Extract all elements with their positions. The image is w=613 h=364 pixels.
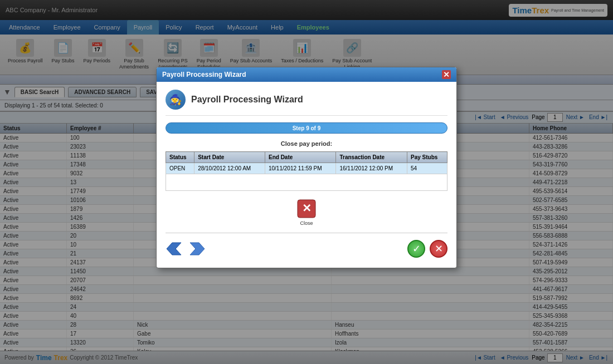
wtr-start: 28/10/2012 12:00 AM [194, 163, 265, 174]
confirm-cancel-button[interactable]: ✕ [430, 240, 447, 258]
modal-body: 🧙 Payroll Processing Wizard Step 9 of 9 … [157, 82, 456, 268]
wtr-stubs: 54 [407, 163, 447, 174]
wth-status: Status [166, 152, 194, 163]
confirm-buttons: ✓ ✕ [407, 240, 447, 258]
wizard-table-header: Status Start Date End Date Transaction D… [166, 152, 447, 163]
wtr-transaction: 16/11/2012 12:00 PM [336, 163, 407, 174]
close-action-icon: ✕ [296, 199, 317, 219]
wizard-icon: 🧙 [166, 90, 186, 110]
wtr-status: OPEN [166, 163, 194, 174]
svg-marker-3 [190, 243, 205, 255]
wizard-back-button[interactable] [166, 241, 183, 257]
progress-bar: Step 9 of 9 [166, 122, 447, 134]
modal-close-button[interactable]: ✕ [442, 70, 451, 79]
payroll-wizard-modal: Payroll Processing Wizard ✕ 🧙 Payroll Pr… [156, 67, 457, 268]
close-action-button[interactable]: ✕ Close [296, 199, 317, 226]
nav-arrows [166, 241, 206, 257]
wth-stubs: Pay Stubs [407, 152, 447, 163]
modal-titlebar: Payroll Processing Wizard ✕ [157, 67, 456, 82]
modal-overlay: Payroll Processing Wizard ✕ 🧙 Payroll Pr… [0, 0, 613, 364]
wizard-table-empty-row [166, 174, 447, 191]
wizard-nav: ✓ ✕ [166, 238, 447, 260]
wizard-actions: ✕ Close [166, 199, 447, 226]
wizard-table: Status Start Date End Date Transaction D… [166, 151, 447, 191]
close-pay-label: Close pay period: [166, 140, 447, 147]
close-action-label: Close [300, 220, 313, 226]
wth-transaction: Transaction Date [336, 152, 407, 163]
wth-end: End Date [265, 152, 336, 163]
confirm-ok-button[interactable]: ✓ [407, 240, 425, 258]
wtr-end: 10/11/2012 11:59 PM [265, 163, 336, 174]
wizard-forward-button[interactable] [188, 241, 206, 257]
modal-title: Payroll Processing Wizard [162, 71, 246, 78]
modal-separator [166, 233, 447, 233]
wizard-header: 🧙 Payroll Processing Wizard [166, 90, 447, 116]
svg-marker-2 [167, 243, 181, 255]
wth-start: Start Date [194, 152, 265, 163]
wizard-title: Payroll Processing Wizard [191, 95, 303, 105]
wizard-table-row: OPEN 28/10/2012 12:00 AM 10/11/2012 11:5… [166, 163, 447, 174]
svg-text:✕: ✕ [302, 202, 312, 214]
